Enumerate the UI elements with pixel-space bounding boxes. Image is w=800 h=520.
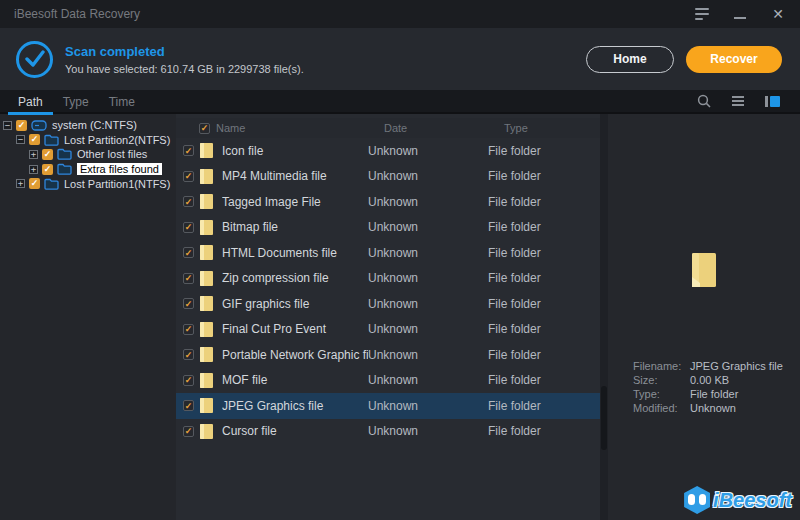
file-row[interactable]: ✓Portable Network Graphic fileUnknownFil… — [176, 342, 600, 368]
column-header-name[interactable]: Name — [216, 122, 384, 134]
file-row[interactable]: ✓Tagged Image FileUnknownFile folder — [176, 189, 600, 215]
column-header-type[interactable]: Type — [504, 122, 584, 134]
file-row-checkbox[interactable]: ✓ — [183, 171, 194, 182]
property-label: Type: — [633, 388, 690, 400]
file-name: Final Cut Pro Event — [222, 322, 368, 336]
file-row-checkbox[interactable]: ✓ — [183, 247, 194, 258]
file-name: JPEG Graphics file — [222, 399, 368, 413]
file-row[interactable]: ✓Icon fileUnknownFile folder — [176, 138, 600, 164]
folder-icon — [200, 322, 213, 337]
select-all-checkbox[interactable]: ✓ — [199, 123, 210, 134]
tree-item-checkbox[interactable]: ✓ — [29, 178, 40, 189]
tree-item-label: Lost Partition1(NTFS) — [64, 178, 170, 190]
property-label: Filename: — [633, 360, 690, 372]
file-date: Unknown — [368, 169, 488, 183]
folder-icon — [200, 373, 213, 388]
file-name: MP4 Multimedia file — [222, 169, 368, 183]
file-row[interactable]: ✓MP4 Multimedia fileUnknownFile folder — [176, 164, 600, 190]
file-row-checkbox[interactable]: ✓ — [183, 196, 194, 207]
partition-tree: −✓system (C:NTFS)−✓Lost Partition2(NTFS)… — [0, 114, 176, 520]
property-label: Modified: — [633, 402, 690, 414]
collapse-icon[interactable]: − — [3, 121, 12, 130]
file-row[interactable]: ✓JPEG Graphics fileUnknownFile folder — [176, 393, 600, 419]
file-date: Unknown — [368, 297, 488, 311]
file-row-checkbox[interactable]: ✓ — [183, 324, 194, 335]
list-scrollbar[interactable] — [600, 114, 608, 520]
file-type: File folder — [488, 220, 600, 234]
file-row-checkbox[interactable]: ✓ — [183, 298, 194, 309]
collapse-icon[interactable]: − — [16, 135, 25, 144]
file-row-checkbox[interactable]: ✓ — [183, 222, 194, 233]
file-row-checkbox[interactable]: ✓ — [183, 375, 194, 386]
file-row-checkbox[interactable]: ✓ — [183, 273, 194, 284]
file-row[interactable]: ✓Bitmap fileUnknownFile folder — [176, 215, 600, 241]
list-view-icon[interactable] — [730, 93, 746, 109]
folder-icon — [200, 347, 213, 362]
tree-item-checkbox[interactable]: ✓ — [29, 134, 40, 145]
tree-item[interactable]: −✓Lost Partition2(NTFS) — [0, 133, 176, 148]
file-row[interactable]: ✓Cursor fileUnknownFile folder — [176, 419, 600, 445]
file-row-checkbox[interactable]: ✓ — [183, 426, 194, 437]
tree-item[interactable]: +✓Extra files found — [0, 162, 176, 177]
column-header-date[interactable]: Date — [384, 122, 504, 134]
property-label: Size: — [633, 374, 690, 386]
detail-view-icon[interactable] — [764, 93, 780, 109]
file-date: Unknown — [368, 424, 488, 438]
tree-item[interactable]: +✓Other lost files — [0, 147, 176, 162]
file-name: GIF graphics file — [222, 297, 368, 311]
tab-time[interactable]: Time — [99, 91, 145, 111]
file-type: File folder — [488, 348, 600, 362]
search-icon[interactable] — [696, 93, 712, 109]
folder-preview-icon — [687, 250, 721, 294]
expand-icon[interactable]: + — [16, 179, 25, 188]
tree-item-checkbox[interactable]: ✓ — [42, 149, 53, 160]
tab-path[interactable]: Path — [8, 91, 53, 111]
titlebar: iBeesoft Data Recovery ✕ — [0, 0, 800, 28]
tree-item-label: Other lost files — [77, 148, 147, 160]
file-row[interactable]: ✓MOF fileUnknownFile folder — [176, 368, 600, 394]
drive-icon — [31, 120, 47, 131]
scrollbar-thumb[interactable] — [601, 386, 607, 450]
file-row[interactable]: ✓Final Cut Pro EventUnknownFile folder — [176, 317, 600, 343]
file-name: Zip compression file — [222, 271, 368, 285]
close-icon[interactable]: ✕ — [770, 7, 786, 21]
file-type: File folder — [488, 297, 600, 311]
home-button[interactable]: Home — [586, 46, 674, 73]
file-row[interactable]: ✓Zip compression fileUnknownFile folder — [176, 266, 600, 292]
file-row[interactable]: ✓HTML Documents fileUnknownFile folder — [176, 240, 600, 266]
file-type: File folder — [488, 195, 600, 209]
file-properties: Filename:JPEG Graphics file Size:0.00 KB… — [633, 360, 783, 416]
minimize-icon[interactable] — [732, 7, 748, 21]
folder-icon — [200, 169, 213, 184]
folder-icon — [200, 296, 213, 311]
recover-button[interactable]: Recover — [686, 46, 782, 73]
file-row-checkbox[interactable]: ✓ — [183, 349, 194, 360]
folder-icon — [200, 220, 213, 235]
tree-item[interactable]: −✓system (C:NTFS) — [0, 118, 176, 133]
expand-icon[interactable]: + — [29, 150, 38, 159]
folder-icon — [200, 424, 213, 439]
tree-item[interactable]: +✓Lost Partition1(NTFS) — [0, 176, 176, 191]
ibeesoft-bee-icon — [684, 486, 710, 514]
file-date: Unknown — [368, 144, 488, 158]
tree-item-checkbox[interactable]: ✓ — [16, 120, 27, 131]
expand-icon[interactable]: + — [29, 165, 38, 174]
file-type: File folder — [488, 169, 600, 183]
file-name: Bitmap file — [222, 220, 368, 234]
file-row-checkbox[interactable]: ✓ — [183, 145, 194, 156]
file-type: File folder — [488, 399, 600, 413]
menu-icon[interactable] — [694, 7, 710, 21]
file-type: File folder — [488, 144, 600, 158]
scan-status-subtitle: You have selected: 610.74 GB in 2299738 … — [65, 63, 304, 75]
tree-item-checkbox[interactable]: ✓ — [42, 164, 53, 175]
file-date: Unknown — [368, 271, 488, 285]
folder-icon — [200, 143, 213, 158]
ibeesoft-logo: iBeesoft — [684, 486, 792, 514]
file-row-checkbox[interactable]: ✓ — [183, 400, 194, 411]
file-date: Unknown — [368, 195, 488, 209]
file-date: Unknown — [368, 348, 488, 362]
file-name: MOF file — [222, 373, 368, 387]
file-row[interactable]: ✓GIF graphics fileUnknownFile folder — [176, 291, 600, 317]
tab-type[interactable]: Type — [53, 91, 99, 111]
file-name: Tagged Image File — [222, 195, 368, 209]
